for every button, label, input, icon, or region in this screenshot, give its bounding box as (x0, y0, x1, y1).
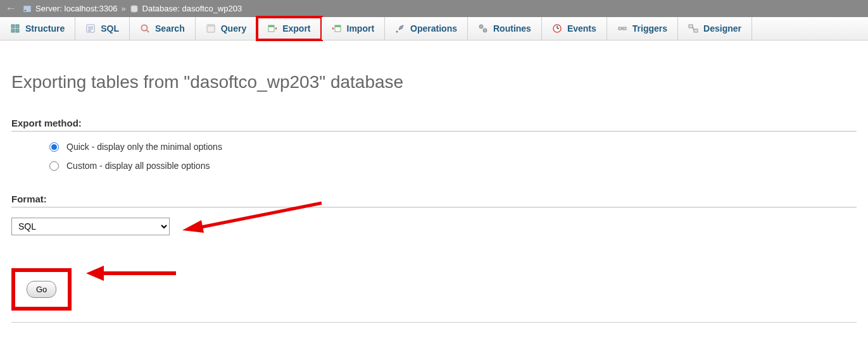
breadcrumb-db-link[interactable]: Database: dasoftco_wp203 (142, 4, 242, 13)
svg-rect-3 (11, 25, 15, 28)
tab-label: Events (567, 23, 596, 34)
svg-rect-29 (694, 29, 698, 32)
go-button[interactable]: Go (27, 281, 56, 298)
svg-rect-4 (16, 25, 19, 28)
structure-icon (10, 23, 20, 34)
tab-label: Operations (410, 23, 457, 34)
svg-rect-1 (25, 9, 27, 11)
svg-marker-34 (86, 266, 104, 281)
breadcrumb-db-value: dasoftco_wp203 (182, 4, 242, 13)
breadcrumb-separator: » (121, 4, 125, 13)
database-icon (130, 4, 139, 13)
svg-rect-25 (619, 27, 622, 30)
export-icon (267, 23, 277, 34)
sql-icon (85, 23, 96, 34)
tab-label: Query (221, 23, 246, 34)
triggers-icon (617, 23, 627, 34)
page-title: Exporting tables from "dasoftco_wp203" d… (11, 72, 857, 92)
import-icon (332, 23, 342, 34)
svg-point-20 (479, 25, 483, 28)
svg-rect-5 (11, 29, 15, 32)
tab-label: Structure (25, 23, 65, 34)
radio-custom-row[interactable]: Custom - display all possible options (49, 161, 857, 171)
tab-operations[interactable]: Operations (385, 17, 468, 40)
tab-designer[interactable]: Designer (678, 17, 752, 40)
designer-icon (688, 23, 698, 34)
breadcrumb: ← Server: localhost:3306 » Database: das… (0, 0, 868, 17)
tab-import[interactable]: Import (322, 17, 386, 40)
svg-point-21 (483, 28, 487, 32)
tab-label: Import (347, 23, 375, 34)
tab-label: SQL (101, 23, 119, 34)
breadcrumb-db-label: Database: (142, 4, 180, 13)
main-content: Exporting tables from "dasoftco_wp203" d… (0, 40, 868, 335)
tab-bar: Structure SQL Search Query Export Import (0, 17, 868, 40)
svg-rect-0 (23, 5, 31, 12)
tab-label: Routines (493, 23, 531, 34)
server-icon (23, 4, 32, 13)
svg-rect-26 (623, 27, 626, 30)
operations-icon (395, 23, 405, 34)
query-icon (206, 23, 216, 34)
radio-custom-label: Custom - display all possible options (66, 161, 210, 171)
svg-marker-32 (182, 220, 204, 233)
tab-label: Search (155, 23, 185, 34)
export-method-section: Export method: Quick - display only the … (11, 118, 857, 178)
svg-line-12 (147, 30, 149, 33)
back-arrow-icon[interactable]: ← (5, 2, 16, 15)
svg-rect-16 (268, 25, 274, 27)
bottom-divider (11, 322, 857, 323)
export-method-heading: Export method: (11, 118, 857, 132)
radio-quick-row[interactable]: Quick - display only the minimal options (49, 142, 857, 152)
routines-icon (478, 23, 488, 34)
svg-rect-8 (88, 27, 93, 28)
svg-rect-10 (88, 30, 91, 32)
svg-point-11 (142, 25, 148, 31)
svg-point-19 (396, 31, 398, 33)
tab-search[interactable]: Search (130, 17, 196, 40)
format-section: Format: SQL (11, 194, 857, 243)
svg-rect-18 (335, 25, 341, 27)
svg-rect-14 (207, 25, 215, 27)
format-select[interactable]: SQL (11, 218, 170, 235)
breadcrumb-server-link[interactable]: Server: localhost:3306 (35, 4, 117, 13)
format-heading: Format: (11, 194, 857, 207)
tab-label: Triggers (632, 23, 667, 34)
go-button-highlight: Go (11, 268, 72, 311)
radio-quick-label: Quick - display only the minimal options (66, 142, 222, 152)
tab-label: Designer (703, 23, 741, 34)
svg-line-30 (693, 27, 694, 30)
tab-events[interactable]: Events (542, 17, 607, 40)
tab-triggers[interactable]: Triggers (607, 17, 678, 40)
radio-custom[interactable] (49, 161, 59, 171)
breadcrumb-server-label: Server: (35, 4, 62, 13)
events-icon (552, 23, 562, 34)
tab-label: Export (282, 23, 310, 34)
annotation-arrow-icon (81, 261, 182, 286)
tab-structure[interactable]: Structure (0, 17, 75, 40)
search-icon (140, 23, 150, 34)
tab-query[interactable]: Query (196, 17, 257, 40)
tab-export[interactable]: Export (257, 17, 321, 40)
radio-quick[interactable] (49, 142, 59, 152)
svg-rect-28 (689, 25, 693, 28)
tab-routines[interactable]: Routines (468, 17, 542, 40)
breadcrumb-server-value: localhost:3306 (65, 4, 118, 13)
svg-rect-9 (88, 28, 93, 30)
svg-rect-6 (16, 29, 19, 32)
tab-sql[interactable]: SQL (75, 17, 130, 40)
